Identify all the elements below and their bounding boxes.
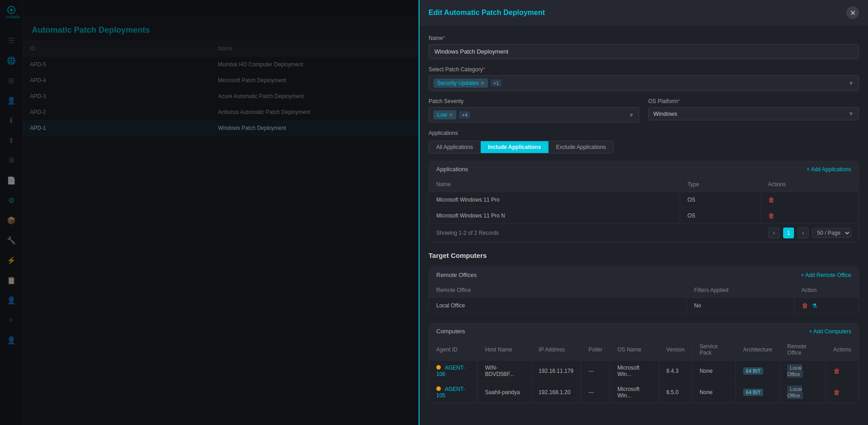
app-type: OS — [680, 192, 760, 208]
patch-category-label: Select Patch Category* — [429, 66, 859, 73]
comp-poller: --- — [581, 361, 610, 382]
tag-remove-low[interactable]: × — [449, 111, 453, 119]
status-dot — [436, 386, 441, 391]
comp-host: WIN-BDVD5BF... — [478, 361, 531, 382]
app-actions: 🗑 — [760, 192, 858, 208]
severity-extra: +4 — [459, 111, 470, 119]
comp-version: 8.4.3 — [659, 361, 692, 382]
patch-category-arrow: ▼ — [848, 80, 854, 87]
computers-subsection: Computers + Add Computers Agent IDHost N… — [429, 323, 859, 403]
applications-subsection: Applications + Add Applications Name Typ… — [429, 161, 859, 242]
patch-severity-group: Patch Severity Low × +4 ▼ — [429, 98, 639, 123]
arch-badge: 64 BIT — [743, 389, 763, 396]
add-remote-office-link[interactable]: + Add Remote Office — [801, 272, 851, 278]
add-applications-link[interactable]: + Add Applications — [807, 166, 851, 173]
apps-pagination: Showing 1-2 of 2 Records ‹ 1 › 50 / Page — [429, 223, 858, 242]
comp-col-6: Service Pack — [692, 339, 735, 361]
modal-title: Edit Automatic Patch Deployment — [429, 9, 545, 17]
app-type: OS — [680, 208, 760, 224]
delete-ro-button[interactable]: 🗑 — [802, 302, 808, 309]
comp-col-7: Architecture — [736, 339, 780, 361]
tab-include-applications[interactable]: Include Applications — [481, 141, 549, 153]
os-platform-group: OS Platform* Windows ▼ — [648, 98, 859, 123]
ro-office: Local Office — [429, 298, 687, 314]
remote-office-row: Local OfficeNo🗑⚗ — [429, 298, 858, 314]
applications-subsection-title: Applications — [436, 166, 468, 173]
app-actions: 🗑 — [760, 208, 858, 224]
os-platform-arrow: ▼ — [848, 110, 854, 117]
os-platform-label: OS Platform* — [648, 98, 859, 104]
comp-arch: 64 BIT — [736, 382, 780, 403]
comp-service-pack: None — [692, 382, 735, 403]
comp-os: Microsoft Win... — [610, 382, 659, 403]
computers-title: Computers — [436, 328, 465, 335]
ro-col-filters: Filters Applied — [687, 283, 794, 298]
ro-col-action: Action — [794, 283, 858, 298]
tab-exclude-applications[interactable]: Exclude Applications — [549, 141, 613, 153]
comp-agent-id: AGENT-105 — [429, 382, 478, 403]
patch-severity-label: Patch Severity — [429, 98, 639, 104]
comp-remote-office: Local Office — [780, 361, 826, 382]
comp-col-5: Version — [659, 339, 692, 361]
comp-col-8: Remote Office — [780, 339, 826, 361]
patch-category-tag-0: Security Updates × — [434, 79, 488, 88]
severity-tag-low: Low × — [434, 110, 456, 119]
os-platform-input[interactable]: Windows ▼ — [648, 107, 859, 120]
application-row: Microsoft Windows 11 Pro NOS🗑 — [429, 208, 858, 224]
delete-app-button[interactable]: 🗑 — [768, 212, 774, 219]
delete-app-button[interactable]: 🗑 — [768, 196, 774, 203]
comp-os: Microsoft Win... — [610, 361, 659, 382]
applications-label: Applications — [429, 130, 859, 136]
delete-comp-button[interactable]: 🗑 — [833, 389, 840, 396]
comp-col-4: OS Name — [610, 339, 659, 361]
arch-badge: 64 BIT — [743, 367, 763, 375]
severity-arrow: ▼ — [628, 112, 634, 119]
office-badge: Local Office — [787, 364, 803, 378]
ro-filters: No — [687, 298, 794, 314]
comp-arch: 64 BIT — [736, 361, 780, 382]
app-container: motadata ☰ 🌐 ⊞ 👤 ⬇ ⬆ 🖥 📄 ⚙ 📦 🔧 ⚡ 📋 👤 ≡ 👤 — [0, 0, 868, 425]
comp-remote-office: Local Office — [780, 382, 826, 403]
comp-version: 8.5.0 — [659, 382, 692, 403]
comp-agent-id: AGENT-106 — [429, 361, 478, 382]
patch-category-group: Select Patch Category* Security Updates … — [429, 66, 859, 91]
comp-ip: 192.168.1.20 — [531, 382, 581, 403]
delete-comp-button[interactable]: 🗑 — [833, 367, 840, 375]
page-size-select[interactable]: 50 / Page — [812, 228, 851, 238]
comp-col-9: Actions — [826, 339, 858, 361]
current-page-btn[interactable]: 1 — [783, 227, 794, 238]
tag-remove-security[interactable]: × — [480, 79, 484, 87]
application-row: Microsoft Windows 11 ProOS🗑 — [429, 192, 858, 208]
app-col-name: Name — [429, 177, 680, 192]
comp-poller: --- — [581, 382, 610, 403]
status-dot — [436, 365, 441, 370]
severity-os-row: Patch Severity Low × +4 ▼ OS Platfo — [429, 98, 859, 130]
computers-table: Agent IDHost NameIP AddressPollerOS Name… — [429, 339, 858, 403]
ro-actions: 🗑⚗ — [794, 298, 858, 314]
patch-category-input[interactable]: Security Updates × +1 ▼ — [429, 75, 859, 91]
remote-offices-subsection: Remote Offices + Add Remote Office Remot… — [429, 267, 859, 314]
modal-close-button[interactable]: ✕ — [846, 6, 859, 19]
remote-offices-header: Remote Offices + Add Remote Office — [429, 267, 858, 283]
comp-col-0: Agent ID — [429, 339, 478, 361]
filter-ro-button[interactable]: ⚗ — [812, 302, 817, 309]
tab-all-applications[interactable]: All Applications — [429, 141, 481, 153]
office-badge: Local Office — [787, 385, 803, 399]
ro-col-office: Remote Office — [429, 283, 687, 298]
add-computers-link[interactable]: + Add Computers — [809, 328, 851, 335]
applications-group: Applications All Applications Include Ap… — [429, 130, 859, 153]
name-input[interactable] — [429, 44, 859, 59]
comp-host: Saahil-pandya — [478, 382, 531, 403]
comp-service-pack: None — [692, 361, 735, 382]
comp-actions: 🗑 — [826, 361, 858, 382]
modal-header: Edit Automatic Patch Deployment ✕ — [419, 0, 868, 26]
edit-modal: Edit Automatic Patch Deployment ✕ Name* … — [419, 0, 868, 425]
comp-col-3: Poller — [581, 339, 610, 361]
remote-offices-title: Remote Offices — [436, 272, 477, 278]
patch-severity-input[interactable]: Low × +4 ▼ — [429, 107, 639, 123]
name-group: Name* — [429, 35, 859, 59]
app-name: Microsoft Windows 11 Pro — [429, 192, 680, 208]
prev-page-btn[interactable]: ‹ — [769, 227, 779, 238]
next-page-btn[interactable]: › — [798, 227, 809, 238]
remote-offices-table: Remote Office Filters Applied Action Loc… — [429, 283, 858, 313]
